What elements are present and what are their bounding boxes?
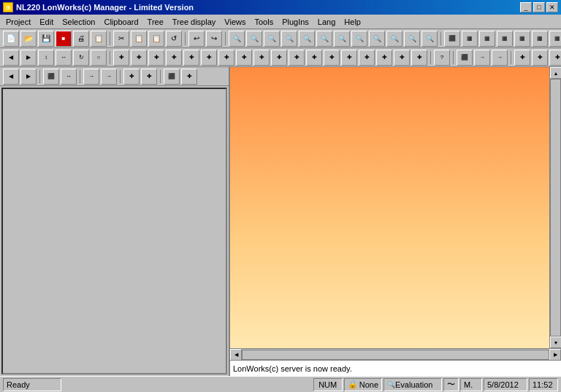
shape6-button[interactable]: ▦ <box>532 31 548 47</box>
t15-button[interactable]: ✚ <box>359 50 375 66</box>
menu-tree[interactable]: Tree <box>143 15 168 28</box>
undo-button[interactable]: ↩ <box>188 31 205 47</box>
save-button[interactable]: 💾 <box>38 31 54 47</box>
menu-lang[interactable]: Lang <box>313 15 340 28</box>
zoom1-button[interactable]: 🔍 <box>229 31 245 47</box>
t6-button[interactable]: ✚ <box>201 50 217 66</box>
u2-button[interactable]: → <box>474 50 490 66</box>
lp8-button[interactable]: ✚ <box>141 69 157 85</box>
vertical-scrollbar[interactable]: ▲ ▼ <box>549 67 561 348</box>
u1-button[interactable]: ⬛ <box>457 50 473 66</box>
zoom10-button[interactable]: 🔍 <box>386 31 402 47</box>
minimize-button[interactable]: _ <box>520 2 532 12</box>
menu-project[interactable]: Project <box>1 15 35 28</box>
t14-button[interactable]: ✚ <box>341 50 357 66</box>
scroll-up-button[interactable]: ▲ <box>550 67 561 79</box>
shape1-button[interactable]: ⬛ <box>444 31 460 47</box>
lp3-button[interactable]: ⬛ <box>43 69 59 85</box>
u3-button[interactable]: → <box>492 50 508 66</box>
t11-button[interactable]: ✚ <box>289 50 305 66</box>
nav2-button[interactable]: ▶ <box>20 50 37 66</box>
t1-button[interactable]: ✚ <box>113 50 129 66</box>
menu-views[interactable]: Views <box>220 15 250 28</box>
zoom8-button[interactable]: 🔍 <box>351 31 367 47</box>
stop-button[interactable]: ■ <box>56 31 72 47</box>
t4-button[interactable]: ✚ <box>166 50 182 66</box>
u6-button[interactable]: ✚ <box>549 50 561 66</box>
search-icon: 🔍 <box>387 381 395 388</box>
nav4-button[interactable]: ↔ <box>56 50 72 66</box>
separator8 <box>110 51 110 64</box>
lp9-button[interactable]: ⬛ <box>164 69 180 85</box>
cut-button[interactable]: ✂ <box>113 31 129 47</box>
menu-tools[interactable]: Tools <box>250 15 278 28</box>
t12-button[interactable]: ✚ <box>306 50 322 66</box>
t17-button[interactable]: ✚ <box>394 50 410 66</box>
t13-button[interactable]: ✚ <box>324 50 340 66</box>
refresh-button[interactable]: ↺ <box>166 31 182 47</box>
scroll-thumb[interactable] <box>550 79 561 337</box>
t7-button[interactable]: ✚ <box>218 50 234 66</box>
lp2-button[interactable]: ▶ <box>20 69 37 85</box>
shape2-button[interactable]: ▦ <box>462 31 478 47</box>
nav6-button[interactable]: ○ <box>91 50 107 66</box>
new-button[interactable]: 📄 <box>3 31 19 47</box>
maximize-button[interactable]: □ <box>533 2 545 12</box>
menu-help[interactable]: Help <box>340 15 365 28</box>
zoom5-button[interactable]: 🔍 <box>299 31 315 47</box>
zoom11-button[interactable]: 🔍 <box>404 31 420 47</box>
zoom7-button[interactable]: 🔍 <box>334 31 350 47</box>
t3-button[interactable]: ✚ <box>148 50 164 66</box>
t5-button[interactable]: ✚ <box>183 50 199 66</box>
lp4-button[interactable]: ↔ <box>61 69 77 85</box>
lp5-button[interactable]: → <box>83 69 99 85</box>
t9-button[interactable]: ✚ <box>253 50 270 66</box>
scroll-left-button[interactable]: ◀ <box>230 349 242 361</box>
u5-button[interactable]: ✚ <box>532 50 548 66</box>
lp6-button[interactable]: → <box>101 69 117 85</box>
lock-icon: 🔒 <box>348 380 358 389</box>
paste-button[interactable]: 📋 <box>148 31 164 47</box>
zoom9-button[interactable]: 🔍 <box>369 31 385 47</box>
zoom3-button[interactable]: 🔍 <box>264 31 280 47</box>
clip-button[interactable]: 📋 <box>91 31 107 47</box>
print-button[interactable]: 🖨 <box>73 31 89 47</box>
shape5-button[interactable]: ▦ <box>514 31 530 47</box>
t18-button[interactable]: ✚ <box>411 50 427 66</box>
menu-plugins[interactable]: PlugIns <box>278 15 313 28</box>
menu-edit[interactable]: Edit <box>35 15 58 28</box>
diagram-canvas[interactable]: ▲ ▼ <box>230 67 561 348</box>
horizontal-scroll-thumb[interactable] <box>242 350 549 360</box>
scroll-right-button[interactable]: ▶ <box>549 349 561 361</box>
zoom4-button[interactable]: 🔍 <box>281 31 297 47</box>
menu-selection[interactable]: Selection <box>58 15 99 28</box>
close-button[interactable]: ✕ <box>546 2 558 12</box>
open-button[interactable]: 📂 <box>20 31 37 47</box>
t16-button[interactable]: ✚ <box>376 50 392 66</box>
menu-clipboard[interactable]: Clipboard <box>99 15 142 28</box>
t8-button[interactable]: ✚ <box>236 50 252 66</box>
tree-view[interactable] <box>1 88 227 374</box>
horizontal-scrollbar[interactable]: ◀ ▶ <box>230 348 561 360</box>
nav1-button[interactable]: ◀ <box>3 50 19 66</box>
zoom6-button[interactable]: 🔍 <box>316 31 332 47</box>
nav5-button[interactable]: ↻ <box>73 50 89 66</box>
zoom2-button[interactable]: 🔍 <box>246 31 262 47</box>
copy-button[interactable]: 📋 <box>131 31 147 47</box>
menu-tree-display[interactable]: Tree display <box>168 15 221 28</box>
redo-button[interactable]: ↪ <box>206 31 222 47</box>
lp7-button[interactable]: ✚ <box>123 69 140 85</box>
shape4-button[interactable]: ▦ <box>497 31 513 47</box>
status-user: M. <box>460 378 482 391</box>
shape3-button[interactable]: ▦ <box>479 31 495 47</box>
u4-button[interactable]: ✚ <box>514 50 530 66</box>
scroll-down-button[interactable]: ▼ <box>550 337 561 348</box>
t2-button[interactable]: ✚ <box>131 50 147 66</box>
help-button[interactable]: ? <box>434 50 450 66</box>
zoom12-button[interactable]: 🔍 <box>421 31 438 47</box>
t10-button[interactable]: ✚ <box>271 50 287 66</box>
lp10-button[interactable]: ✚ <box>181 69 197 85</box>
lp1-button[interactable]: ◀ <box>3 69 19 85</box>
nav3-button[interactable]: ↕ <box>38 50 54 66</box>
shape7-button[interactable]: ▦ <box>549 31 561 47</box>
